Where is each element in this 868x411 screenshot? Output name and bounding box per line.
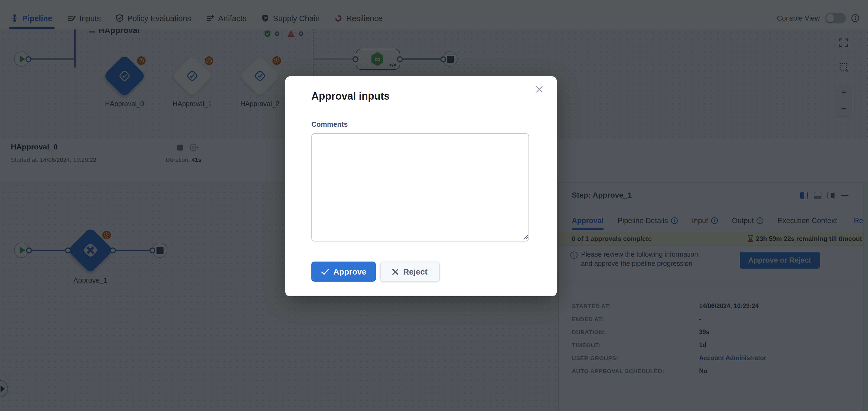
- comments-textarea[interactable]: [311, 133, 529, 242]
- reject-button[interactable]: Reject: [380, 261, 440, 282]
- x-icon: [392, 268, 399, 275]
- modal-title: Approval inputs: [311, 90, 390, 102]
- close-icon: [535, 85, 544, 94]
- screen: Pipeline Inputs Policy Evaluations Artif…: [0, 0, 868, 411]
- approve-button-label: Approve: [333, 267, 366, 276]
- approve-button[interactable]: Approve: [311, 261, 376, 282]
- modal-close-button[interactable]: [533, 83, 546, 96]
- approval-inputs-modal: Approval inputs Comments Approve Reject: [285, 76, 557, 296]
- comments-label: Comments: [311, 120, 348, 128]
- check-icon: [321, 268, 329, 275]
- reject-button-label: Reject: [403, 267, 428, 276]
- pipeline-execution-page: Pipeline Inputs Policy Evaluations Artif…: [0, 0, 868, 411]
